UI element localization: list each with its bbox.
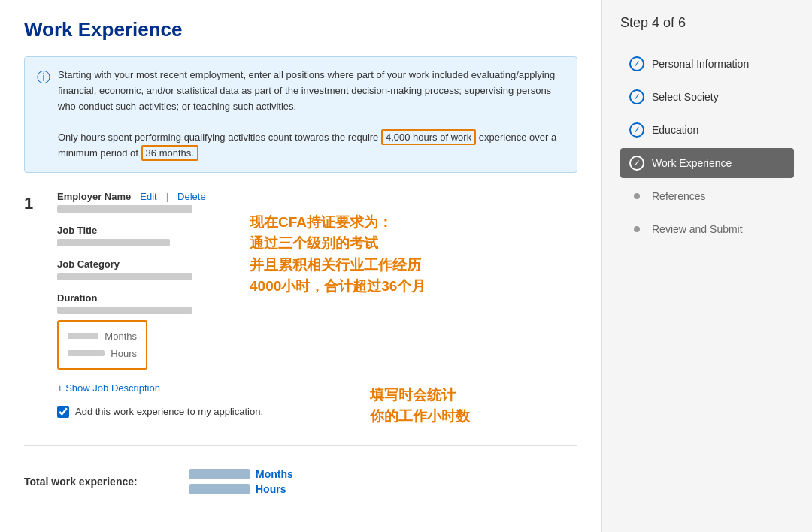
job-title-label: Job Title — [57, 225, 577, 236]
show-job-section: + Show Job Description — [57, 382, 577, 394]
checkbox-row[interactable]: Add this work experience to my applicati… — [57, 406, 577, 418]
employer-form: Employer Name Edit | Delete Job Title Jo… — [57, 191, 577, 430]
total-hours-row: Hours — [189, 483, 293, 495]
sidebar-label-society: Select Society — [652, 91, 719, 103]
total-values: Months Hours — [189, 468, 293, 495]
employer-name-label: Employer Name — [57, 191, 131, 202]
duration-label: Duration — [57, 292, 577, 304]
sidebar-item-personal-info[interactable]: ✓ Personal Information — [620, 49, 794, 79]
duration-hours-line: Hours — [68, 345, 137, 362]
delete-link[interactable]: Delete — [177, 191, 206, 202]
separator: | — [166, 191, 168, 202]
check-icon-personal: ✓ — [629, 56, 644, 71]
sidebar-item-review[interactable]: Review and Submit — [620, 214, 794, 244]
total-months-label: Months — [256, 468, 293, 480]
total-months-row: Months — [189, 468, 293, 480]
check-icon-society: ✓ — [629, 89, 644, 104]
duration-input-box[interactable]: Months Hours — [57, 320, 147, 370]
highlight-months: 36 months. — [141, 145, 198, 161]
sidebar: Step 4 of 6 ✓ Personal Information ✓ Sel… — [601, 0, 812, 532]
checkbox-label: Add this work experience to my applicati… — [75, 406, 263, 417]
step-indicator: Step 4 of 6 — [620, 15, 794, 31]
hours-bar — [68, 350, 105, 356]
months-label: Months — [105, 331, 137, 342]
edit-link[interactable]: Edit — [140, 191, 156, 202]
hours-label: Hours — [111, 348, 137, 359]
months-bar — [68, 333, 98, 339]
sidebar-label-work: Work Experience — [652, 157, 732, 169]
sidebar-item-work-experience[interactable]: ✓ Work Experience — [620, 148, 794, 178]
sidebar-label-education: Education — [652, 124, 698, 136]
sidebar-label-personal: Personal Information — [652, 58, 749, 70]
main-content: Work Experience ⓘ Starting with your mos… — [0, 0, 601, 532]
info-text: Starting with your most recent employmen… — [58, 68, 565, 162]
add-work-checkbox[interactable] — [57, 406, 69, 418]
highlight-hours: 4,000 hours of work — [381, 129, 476, 145]
dot-icon-references — [634, 193, 640, 199]
sidebar-label-references: References — [652, 190, 706, 202]
sidebar-item-education[interactable]: ✓ Education — [620, 115, 794, 145]
show-job-link[interactable]: + Show Job Description — [57, 382, 160, 394]
info-text-2-prefix: Only hours spent performing qualifying a… — [58, 131, 378, 143]
job-category-value — [57, 273, 192, 280]
page-title: Work Experience — [24, 18, 577, 41]
duration-value-bar — [57, 307, 192, 314]
employer-number: 1 — [24, 194, 42, 430]
page-wrapper: Work Experience ⓘ Starting with your mos… — [0, 0, 812, 532]
sidebar-item-references[interactable]: References — [620, 181, 794, 211]
duration-months-line: Months — [68, 328, 137, 345]
total-hours-label: Hours — [256, 483, 286, 495]
total-label: Total work experience: — [24, 476, 174, 488]
job-title-value — [57, 239, 170, 246]
duration-section: Duration Months Hours — [57, 292, 577, 370]
job-category-field: Job Category — [57, 258, 577, 280]
info-box: ⓘ Starting with your most recent employm… — [24, 56, 577, 173]
employer-name-field: Employer Name Edit | Delete — [57, 191, 577, 213]
info-text-1: Starting with your most recent employmen… — [58, 69, 555, 112]
job-category-label: Job Category — [57, 258, 577, 270]
check-icon-education: ✓ — [629, 122, 644, 138]
total-months-bar — [189, 469, 250, 479]
employer-name-value — [57, 205, 192, 213]
total-hours-bar — [189, 484, 250, 494]
total-row: Total work experience: Months Hours — [24, 461, 577, 503]
sidebar-label-review: Review and Submit — [652, 223, 743, 235]
employer-section: 1 Employer Name Edit | Delete Job Title — [24, 191, 577, 430]
job-title-field: Job Title — [57, 225, 577, 246]
info-icon: ⓘ — [37, 68, 50, 162]
dot-icon-review — [634, 226, 640, 232]
divider — [24, 445, 577, 446]
check-icon-work: ✓ — [629, 156, 644, 171]
sidebar-item-select-society[interactable]: ✓ Select Society — [620, 82, 794, 112]
